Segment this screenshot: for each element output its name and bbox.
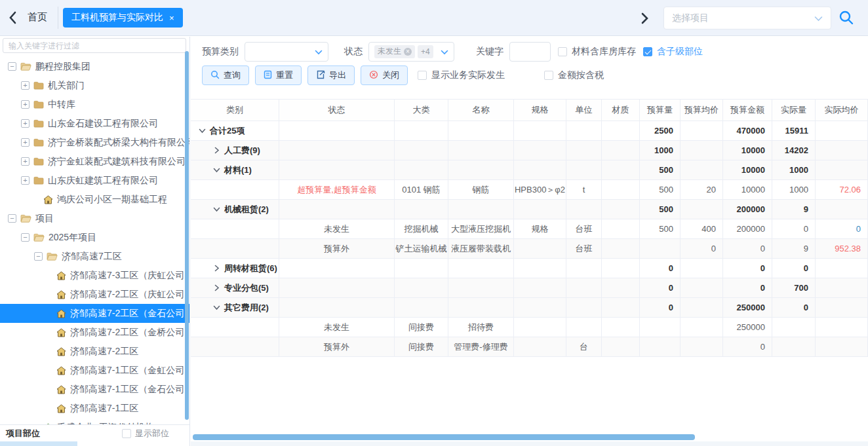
tree-item[interactable]: −项目: [0, 209, 189, 228]
tree-item[interactable]: −2025年项目: [0, 228, 189, 247]
amount-tax-checkbox[interactable]: 金额按含税: [544, 69, 604, 81]
tree-item[interactable]: +中转库: [0, 95, 189, 114]
chevron-right-icon[interactable]: [639, 10, 650, 27]
horizontal-scrollbar-thumb[interactable]: [193, 434, 695, 440]
tree-item[interactable]: 济邹高速7-1工区（金石公司）: [0, 380, 189, 399]
tree-item[interactable]: −济邹高速7工区: [0, 247, 189, 266]
material-stock-checkbox[interactable]: 材料含库房库存: [558, 46, 636, 58]
table-row[interactable]: 预算外铲土运输机械液压履带装载机台班009952.38: [191, 239, 868, 259]
tree-item[interactable]: −鹏程控股集团: [0, 57, 189, 76]
table-body: 合计25项250047000015911人工费(9)10001000014202…: [191, 121, 868, 357]
tree-item[interactable]: +济宁金虹装配式建筑科技有限公司: [0, 152, 189, 171]
status-tag[interactable]: 未发生: [374, 45, 415, 58]
tree-item[interactable]: +机关部门: [0, 76, 189, 95]
cell-budget-qty: [640, 239, 681, 258]
query-button[interactable]: 查询: [202, 65, 249, 85]
collapse-icon[interactable]: −: [34, 252, 43, 261]
tree-item[interactable]: 济邹高速7-2工区: [0, 342, 189, 361]
table-row[interactable]: 其它费用(2)02500000: [191, 298, 868, 318]
remove-tag-icon[interactable]: [404, 48, 412, 56]
cell-material: [602, 337, 640, 356]
tree-item[interactable]: 济邹高速7-2工区（金桥公司）: [0, 323, 189, 342]
collapse-row-icon[interactable]: [213, 206, 220, 213]
include-sub-checkbox[interactable]: 含子级部位: [643, 46, 703, 58]
status-tag-more[interactable]: +4: [418, 45, 433, 58]
status-select[interactable]: 未发生 +4: [368, 42, 454, 62]
expand-icon[interactable]: +: [21, 157, 30, 166]
cell-actual-qty: 0: [772, 298, 816, 317]
checkbox-icon[interactable]: [418, 71, 427, 80]
cell-unit: [566, 160, 602, 179]
house-icon: [56, 271, 66, 280]
collapse-icon[interactable]: −: [8, 214, 16, 223]
collapse-row-icon[interactable]: [213, 166, 220, 174]
tree-item[interactable]: 济邹高速7-1工区（金虹公司）: [0, 361, 189, 380]
reset-button[interactable]: 重置: [255, 65, 302, 85]
cell-category: 机械租赁(2): [191, 200, 279, 219]
table-row[interactable]: 未发生间接费招待费250000: [191, 318, 868, 337]
collapse-row-icon[interactable]: [213, 304, 220, 311]
table-row[interactable]: 周转材租赁(6)000: [191, 259, 868, 278]
collapse-icon[interactable]: −: [8, 62, 16, 71]
cell-status: 未发生: [279, 219, 395, 238]
cell-category: 材料(1): [191, 160, 279, 179]
expand-icon[interactable]: +: [21, 81, 30, 90]
tree-filter-input[interactable]: [3, 38, 186, 53]
cell-spec: [514, 259, 566, 278]
tree-item[interactable]: 济邹高速7-3工区（庆虹公司）: [0, 266, 189, 285]
budget-category-label: 预算类别: [202, 46, 239, 58]
collapse-row-icon[interactable]: [199, 127, 206, 134]
cell-spec: [514, 278, 566, 297]
table-row[interactable]: 未发生挖掘机械大型液压挖掘机规格台班50040020000000: [191, 219, 868, 239]
expand-row-icon[interactable]: [213, 284, 220, 291]
cell-actual-price: [816, 200, 868, 219]
collapse-icon[interactable]: −: [21, 233, 30, 242]
table-row[interactable]: 材料(1)500100001000: [191, 160, 868, 180]
expand-icon[interactable]: +: [21, 138, 30, 147]
include-sub-label: 含子级部位: [657, 46, 703, 58]
project-select[interactable]: 选择项目: [663, 7, 831, 29]
cell-major-class: [395, 141, 448, 160]
tree-item[interactable]: +山东金石建设工程有限公司: [0, 114, 189, 133]
tree-item[interactable]: 鸿庆公司小区一期基础工程: [0, 190, 189, 209]
table-row[interactable]: 超预算量,超预算金额0101 钢筋钢筋HPB300＞φ2t50020100001…: [191, 180, 868, 200]
tree-item[interactable]: 济邹高速7-2工区（庆虹公司）: [0, 285, 189, 304]
tree-item[interactable]: 济邹高速7-1工区: [0, 399, 189, 418]
tab-active[interactable]: 工料机预算与实际对比 ×: [63, 8, 183, 28]
show-actual-checkbox[interactable]: 显示业务实际发生: [418, 69, 505, 81]
table-row[interactable]: 机械租赁(2)5002000009: [191, 200, 868, 219]
table-row[interactable]: 合计25项250047000015911: [191, 121, 868, 141]
tree-item-label: 济邹高速7-2工区（金石公司）: [70, 308, 189, 320]
expand-icon[interactable]: +: [21, 100, 30, 109]
tree-item[interactable]: +济宁金桥装配式桥梁大构件有限公司: [0, 133, 189, 152]
budget-category-select[interactable]: [245, 42, 328, 62]
cell-unit: [566, 278, 602, 297]
reset-icon: [264, 70, 272, 81]
sidebar-vertical-scrollbar[interactable]: [185, 51, 189, 420]
back-icon[interactable]: [7, 9, 20, 26]
expand-icon[interactable]: +: [21, 119, 30, 128]
search-icon[interactable]: [838, 9, 855, 26]
tab-home[interactable]: 首页: [28, 11, 47, 24]
export-button[interactable]: 导出: [307, 65, 355, 85]
export-button-label: 导出: [329, 69, 346, 81]
checkbox-icon[interactable]: [558, 47, 567, 56]
show-parts-checkbox[interactable]: 显示部位: [122, 428, 169, 439]
cell-category: [191, 318, 279, 337]
tree-item[interactable]: 济邹高速7-2工区（金石公司）: [0, 304, 189, 323]
close-tab-icon[interactable]: ×: [169, 13, 174, 23]
close-button[interactable]: 关闭: [361, 65, 408, 85]
tree-item[interactable]: +山东庆虹建筑工程有限公司: [0, 171, 189, 190]
table-row[interactable]: 人工费(9)10001000014202: [191, 141, 868, 160]
horizontal-scrollbar-track[interactable]: [191, 434, 868, 441]
checkbox-icon[interactable]: [122, 429, 131, 438]
expand-row-icon[interactable]: [213, 147, 220, 154]
active-tab-label: 工料机预算与实际对比: [71, 12, 163, 24]
table-row[interactable]: 专业分包(5)00700: [191, 278, 868, 298]
checkbox-icon[interactable]: [544, 71, 553, 80]
expand-row-icon[interactable]: [213, 265, 220, 272]
keyword-input[interactable]: [509, 42, 551, 62]
expand-icon[interactable]: +: [21, 176, 30, 185]
table-row[interactable]: 预算外间接费管理费-修理费台0: [191, 337, 868, 357]
checkbox-checked-icon[interactable]: [643, 47, 652, 56]
